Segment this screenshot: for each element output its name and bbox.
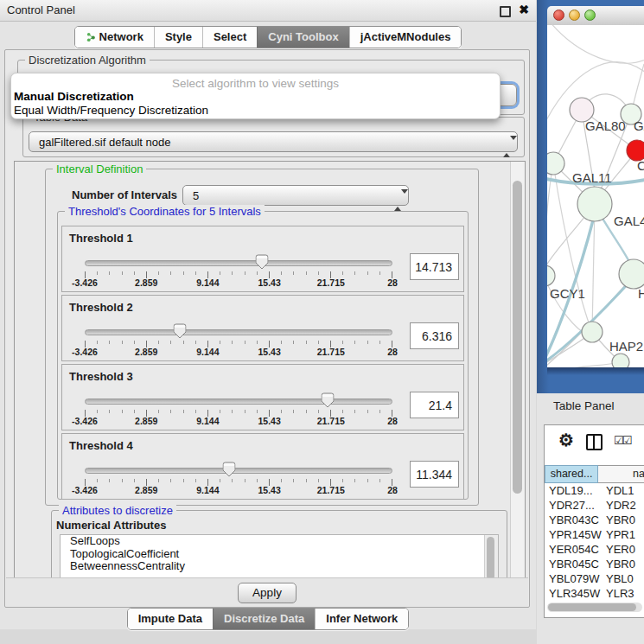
tick-label: 2.859 (135, 416, 157, 426)
network-node[interactable] (547, 265, 555, 286)
network-view-window: GAL80GACGAL11GAL4GCY1HHAP2 (537, 0, 644, 393)
slider-thumb[interactable] (174, 323, 187, 339)
threshold-value-box[interactable]: 6.316 (410, 322, 459, 349)
numerical-attributes-list[interactable]: SelfLoopsTopologicalCoefficientBetweenne… (60, 534, 499, 579)
tick-labels: -3.4262.8599.14415.4321.71528 (85, 485, 392, 495)
apply-button[interactable]: Apply (238, 583, 296, 603)
threshold-coordinates-group: Threshold's Coordinates for 5 Intervals … (57, 211, 469, 500)
node-label: GAL11 (572, 170, 612, 185)
network-node[interactable] (547, 152, 564, 175)
horizontal-scrollbar[interactable] (547, 603, 642, 612)
tick-labels: -3.4262.8599.14415.4321.71528 (85, 277, 392, 288)
control-panel-title: Control Panel (7, 3, 75, 16)
network-node[interactable] (612, 354, 629, 367)
attribute-item[interactable]: BetweennessCentrality (61, 560, 498, 573)
list-scrollbar[interactable] (484, 535, 498, 579)
threshold-card: Threshold 1 -3.4262.8599.14415.4321.7152… (61, 226, 464, 292)
table-row[interactable]: YBR045CYBR0 (545, 557, 644, 571)
algorithm-dropdown-popup: Select algorithm to view settings Manual… (10, 73, 501, 119)
network-edge (549, 25, 644, 63)
split-columns-icon[interactable] (586, 434, 603, 450)
threshold-slider[interactable] (85, 325, 392, 341)
interval-definition-title: Interval Definition (53, 163, 146, 175)
algorithm-option-equal-width[interactable]: Equal Width/Frequency Discretization (11, 104, 500, 118)
zoom-button[interactable] (584, 10, 596, 21)
slider-thumb[interactable] (322, 392, 335, 408)
threshold-value-box[interactable]: 14.713 (410, 253, 459, 280)
slider-track[interactable] (85, 329, 392, 335)
tab-discretize-data[interactable]: Discretize Data (213, 609, 315, 629)
table-row[interactable]: YDR27...YDR2 (545, 498, 644, 513)
table-data-combobox[interactable]: galFiltered.sif default node (29, 131, 518, 152)
table-row[interactable]: YPR145WYPR1 (545, 527, 644, 542)
threshold-slider[interactable] (85, 394, 392, 410)
panel-scrollbar[interactable] (510, 162, 525, 578)
bottom-tab-bar: Impute Data Discretize Data Infer Networ… (0, 608, 536, 630)
node-label: GAL4 (614, 214, 644, 228)
tab-cyni-toolbox[interactable]: Cyni Toolbox (257, 27, 348, 48)
tick-label: 21.715 (317, 416, 345, 426)
node-label: GCY1 (550, 286, 585, 301)
column-header-shared-name[interactable]: shared... (545, 465, 598, 483)
table-rows: YDL19...YDL1YDR27...YDR2YBR043CYBR0YPR14… (545, 483, 644, 603)
tick-labels: -3.4262.8599.14415.4321.71528 (85, 416, 392, 426)
minimize-button[interactable] (569, 10, 580, 21)
slider-track[interactable] (85, 468, 392, 474)
network-node[interactable] (619, 259, 644, 289)
table-row[interactable]: YER054CYER0 (545, 542, 644, 557)
table-data-value: galFiltered.sif default node (39, 136, 170, 149)
network-icon (86, 32, 96, 42)
gear-icon[interactable]: ⚙ (558, 430, 574, 450)
slider-thumb[interactable] (223, 462, 236, 477)
algorithm-placeholder-option: Select algorithm to view settings (11, 77, 500, 90)
close-icon[interactable]: ✖ (519, 3, 529, 16)
tab-style[interactable]: Style (154, 27, 202, 48)
tick-label: 15.43 (258, 347, 280, 357)
table-row[interactable]: YLR345WYLR3 (545, 586, 644, 601)
tab-jactivemnodules[interactable]: jActiveMNodules (349, 27, 462, 48)
tick-label: 9.144 (196, 347, 219, 357)
number-of-intervals-value: 5 (193, 189, 199, 202)
float-window-icon[interactable] (500, 6, 511, 17)
node-label: HAP2 (609, 339, 643, 354)
network-window-titlebar[interactable] (547, 6, 644, 26)
table-row[interactable]: YBL079WYBL0 (545, 571, 644, 586)
threshold-slider[interactable] (85, 256, 392, 271)
table-row[interactable]: YDL19...YDL1 (545, 483, 644, 498)
threshold-label: Threshold 1 (69, 232, 133, 245)
tick-labels: -3.4262.8599.14415.4321.71528 (85, 347, 392, 357)
threshold-value-box[interactable]: 21.4 (410, 392, 459, 418)
tab-infer-network[interactable]: Infer Network (315, 609, 408, 629)
tab-network[interactable]: Network (75, 27, 154, 48)
slider-thumb[interactable] (256, 254, 269, 270)
column-header-name[interactable]: na (598, 465, 644, 483)
slider-track[interactable] (85, 260, 392, 266)
slider-track[interactable] (85, 399, 392, 405)
number-of-intervals-combobox[interactable]: 5 (182, 185, 409, 206)
tick-label: 2.859 (135, 347, 157, 357)
attribute-item[interactable]: TopologicalCoefficient (61, 548, 498, 561)
tick-label: -3.426 (72, 416, 98, 426)
threshold-value-box[interactable]: 11.344 (410, 461, 459, 488)
network-node[interactable] (582, 322, 603, 342)
algorithm-option-manual[interactable]: Manual Discretization (11, 90, 500, 104)
network-canvas[interactable]: GAL80GACGAL11GAL4GCY1HHAP2 (547, 25, 644, 367)
interval-definition-group: Interval Definition Number of Intervals … (45, 169, 479, 506)
threshold-card: Threshold 3 -3.4262.8599.14415.4321.7152… (61, 364, 464, 430)
discretization-algorithm-title: Discretization Algorithm (25, 54, 150, 67)
settings-scrollpane: Interval Definition Number of Intervals … (14, 161, 526, 579)
combo-arrows-icon (503, 137, 510, 157)
tab-select[interactable]: Select (202, 27, 257, 48)
tab-impute-data[interactable]: Impute Data (128, 609, 213, 629)
tab-network-label: Network (99, 30, 143, 43)
tick-label: 15.43 (258, 416, 280, 426)
threshold-slider[interactable] (85, 463, 392, 479)
table-row[interactable]: YBR043CYBR0 (545, 513, 644, 527)
select-columns-icon[interactable]: ☑☑ (614, 434, 630, 447)
network-node[interactable] (577, 187, 612, 221)
close-button[interactable] (553, 10, 564, 21)
threshold-label: Threshold 4 (69, 439, 133, 452)
attribute-item[interactable]: SelfLoops (61, 535, 498, 548)
control-panel-header: Control Panel ✖ (0, 0, 536, 22)
tick-label: 9.144 (196, 485, 219, 495)
